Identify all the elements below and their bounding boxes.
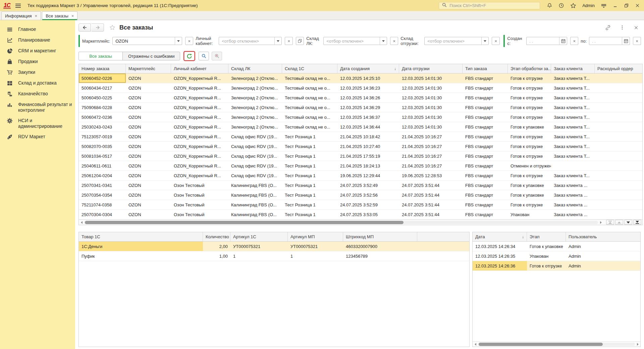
go-last-page-button[interactable] xyxy=(633,220,641,225)
column-header[interactable]: Расходный ордер xyxy=(595,64,642,73)
sidebar-item[interactable]: НСИ и администрирование xyxy=(0,115,75,132)
scrollbar-thumb[interactable] xyxy=(85,221,404,224)
more-menu-icon[interactable] xyxy=(620,25,625,30)
current-user[interactable]: Admin xyxy=(582,3,595,8)
global-search-input[interactable]: Поиск Ctrl+Shift+F xyxy=(439,2,540,9)
table-row[interactable]: 50060434-0217OZONOZON_Корректный R...Зел… xyxy=(79,83,642,93)
table-row[interactable]: 50060452-0226OZONOZON_Корректный R...Зел… xyxy=(79,73,642,83)
favorite-star-icon[interactable] xyxy=(109,24,115,31)
horizontal-splitter[interactable] xyxy=(75,225,644,232)
sidebar-item[interactable]: Закупки xyxy=(0,67,75,78)
column-header[interactable]: Тип заказа xyxy=(463,64,508,73)
shipping-warehouse-filter-combo[interactable]: <отбор отключен> xyxy=(424,37,489,45)
minimize-icon[interactable] xyxy=(613,3,618,8)
sidebar-item[interactable]: Продажи xyxy=(0,56,75,67)
cabinet-filter-combo[interactable]: <отбор отключен> xyxy=(219,37,282,45)
chevron-down-icon[interactable] xyxy=(175,37,182,45)
column-header[interactable] xyxy=(417,232,469,241)
panel-menu-icon[interactable] xyxy=(601,3,607,9)
history-icon[interactable] xyxy=(558,3,564,8)
notifications-bell-icon[interactable] xyxy=(547,3,552,8)
table-row[interactable]: 50082070-0035OZONOZON_Корректный R...Скл… xyxy=(79,142,642,151)
column-header[interactable]: Личный кабинет xyxy=(171,64,228,73)
close-window-icon[interactable] xyxy=(635,3,640,8)
chevron-down-icon[interactable] xyxy=(274,37,281,45)
column-header[interactable]: Артикул 1С xyxy=(230,232,288,241)
calendar-icon[interactable] xyxy=(559,37,567,45)
sidebar-item[interactable]: Казначейство xyxy=(0,89,75,99)
table-row[interactable]: 12.03.2025 14:26:35УпакованAdmin xyxy=(473,251,640,261)
column-header[interactable]: Склад 1С xyxy=(282,64,337,73)
column-header[interactable]: Дата отгрузки xyxy=(399,64,463,73)
scroll-left-icon[interactable] xyxy=(80,221,83,224)
table-row[interactable]: 25070354-0354OZONОзон ТестовыйКалинингра… xyxy=(79,190,642,200)
favorites-star-icon[interactable] xyxy=(570,3,576,9)
table-row[interactable]: 25040611-0611OZONOZON_Корректный R...Скл… xyxy=(79,161,642,171)
cabinet-clear-icon[interactable]: × xyxy=(285,37,293,45)
column-header[interactable]: Этап xyxy=(527,232,566,241)
sidebar-item[interactable]: RDV Маркет xyxy=(0,132,75,142)
scroll-right-icon[interactable] xyxy=(636,343,639,346)
table-row[interactable]: 1С:Деньги2,00УТ000075321УТ00007532146033… xyxy=(79,242,469,251)
column-header[interactable]: Дата↓ xyxy=(473,232,527,241)
column-header[interactable]: Артикул МП xyxy=(288,232,343,241)
table-row[interactable]: 50081034-0517OZONOZON_Корректный R...Скл… xyxy=(79,151,642,161)
table-row[interactable]: 12.03.2025 14:26:36Готов к отгрузкеAdmin xyxy=(473,261,640,271)
scrollbar-track[interactable] xyxy=(478,343,635,346)
table-row[interactable]: 25070341-0341OZONОзон ТестовыйКалинингра… xyxy=(79,181,642,190)
restore-window-icon[interactable] xyxy=(624,3,629,8)
column-header[interactable]: Этап обработки за... xyxy=(508,64,551,73)
scrollbar-track[interactable] xyxy=(84,221,598,224)
table-row[interactable]: 12.03.2025 14:26:34Готов к упаковкеAdmin xyxy=(473,242,640,251)
column-header[interactable]: Маркетплейс xyxy=(126,64,171,73)
sidebar-item[interactable]: Планирование xyxy=(0,35,75,46)
warehouse-lk-clear-icon[interactable]: × xyxy=(390,37,398,45)
sidebar-item[interactable]: Главное xyxy=(0,24,75,35)
search-button[interactable] xyxy=(199,52,209,60)
forward-button[interactable] xyxy=(92,23,104,32)
scroll-left-icon[interactable] xyxy=(474,343,477,346)
close-form-icon[interactable] xyxy=(634,25,639,30)
table-row[interactable]: 25070304-0304OZONОзон ТестовыйКалинингра… xyxy=(79,210,642,219)
created-from-date-input[interactable]: . . xyxy=(526,37,567,45)
table-row[interactable]: 75123057-0019OZONOZON_Корректный R...Скл… xyxy=(79,132,642,142)
chevron-down-icon[interactable] xyxy=(481,37,488,45)
back-button[interactable] xyxy=(78,23,91,32)
get-link-icon[interactable] xyxy=(605,25,611,31)
cabinet-pick-icon[interactable] xyxy=(296,37,304,45)
chevron-down-icon[interactable] xyxy=(380,37,387,45)
table-row[interactable]: 50060450-0225OZONOZON_Корректный R...Зел… xyxy=(79,93,642,103)
table-row[interactable]: 75211074-0358OZONОзон ТестовыйКалинингра… xyxy=(79,200,642,210)
table-row[interactable]: 25061204-0204OZONOZON_Корректный R...Скл… xyxy=(79,171,642,181)
table-row[interactable]: Пуфик1,0011123456789 xyxy=(79,251,469,261)
column-header[interactable]: Дата создания↓ xyxy=(337,64,399,73)
shipping-warehouse-clear-icon[interactable]: × xyxy=(492,37,500,45)
calendar-icon[interactable] xyxy=(622,37,630,45)
created-to-clear-icon[interactable]: × xyxy=(633,37,641,45)
created-from-clear-icon[interactable]: × xyxy=(570,37,578,45)
column-header[interactable]: Штрихкод МП xyxy=(343,232,417,241)
refresh-button[interactable] xyxy=(184,52,195,60)
tab-close-icon[interactable]: × xyxy=(35,14,38,18)
marketplace-clear-icon[interactable]: × xyxy=(185,37,193,45)
window-tab[interactable]: Все заказы× xyxy=(42,11,77,20)
next-page-button[interactable] xyxy=(624,220,632,225)
main-menu-icon[interactable] xyxy=(15,3,21,8)
warehouse-lk-filter-combo[interactable]: <отбор отключен> xyxy=(323,37,387,45)
column-header[interactable]: Количество xyxy=(203,232,230,241)
sidebar-item[interactable]: Финансовый результат и контроллинг xyxy=(0,99,75,115)
marketplace-filter-combo[interactable]: OZON xyxy=(112,37,182,45)
reflected-with-errors-button[interactable]: Отражены с ошибками xyxy=(122,52,180,60)
tab-close-icon[interactable]: × xyxy=(71,14,74,18)
created-to-date-input[interactable]: . . xyxy=(589,37,630,45)
table-row[interactable]: 50060472-0236OZONOZON_Корректный R...Зел… xyxy=(79,112,642,122)
table-row[interactable]: 25030243-0243OZONOZON_Корректный R...Зел… xyxy=(79,122,642,132)
all-orders-button[interactable]: Все заказы xyxy=(78,52,123,60)
column-header[interactable]: Склад ЛК xyxy=(228,64,282,73)
column-header[interactable]: Товар 1С xyxy=(79,232,203,241)
column-header[interactable]: Заказ клиента xyxy=(551,64,595,73)
column-header[interactable]: Номер заказа xyxy=(79,64,126,73)
table-row[interactable]: 75090684-0228OZONOZON_Корректный R...Зел… xyxy=(79,103,642,112)
sidebar-item[interactable]: Склад и доставка xyxy=(0,78,75,89)
scrollbar-thumb[interactable] xyxy=(479,343,603,346)
